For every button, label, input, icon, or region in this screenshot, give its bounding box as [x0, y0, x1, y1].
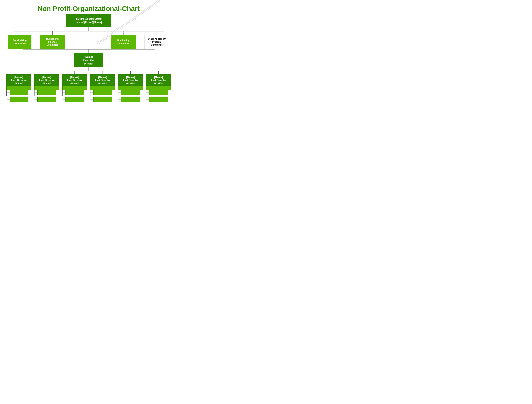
- connector-level4: [89, 67, 89, 71]
- asst-box-3-bottom: [62, 86, 87, 90]
- sub-items-1: [6, 90, 31, 102]
- asst-box-5: [Name]Asst.Directoror Vice: [118, 74, 143, 86]
- sub-box-1b: [10, 97, 28, 102]
- level1-row: Board Of Directors [Name][Name][Name]: [66, 14, 111, 27]
- exec-row: [Name]ExecutiveDirector: [74, 53, 103, 67]
- asst-box-1: [Name]Asst.Directoror Vice: [6, 74, 31, 86]
- asst-col-1: [Name]Asst.Directoror Vice: [6, 71, 32, 102]
- connector-asst1: [19, 71, 19, 74]
- budget-committee-box: Budget andFinanceCommittee: [40, 35, 65, 49]
- sub-box-3b: [65, 97, 84, 102]
- asst-col-5: [Name]Asst.Directoror Vice: [118, 71, 143, 102]
- adhoc-col: Other Ad Hoc OrProgramCommittee: [144, 32, 169, 49]
- sub-box-4a: [93, 90, 112, 95]
- connector-asst4: [102, 71, 103, 74]
- board-line1: Board Of Directors: [76, 17, 102, 21]
- sub-box-5a: [121, 90, 140, 95]
- asst-box-5-bottom: [118, 86, 143, 90]
- budget-col: Budget andFinanceCommittee: [40, 32, 65, 49]
- asst-col-4: [Name]Asst.Directoror Vice: [90, 71, 115, 102]
- sub-box-6a: [149, 90, 168, 95]
- connector-asst2: [47, 71, 47, 74]
- board-of-directors-box: Board Of Directors [Name][Name][Name]: [66, 14, 111, 27]
- committees-row: FundraisingCommittee Budget andFinanceCo…: [3, 32, 174, 49]
- asst-box-6-bottom: [146, 86, 171, 90]
- sub-box-6b: [149, 97, 168, 102]
- page-title: Non Profit-Organizational-Chart: [3, 3, 174, 13]
- level2-wrapper: FundraisingCommittee Budget andFinanceCo…: [3, 31, 174, 49]
- connector-adhoc: [157, 32, 157, 35]
- sub-items-6: [146, 90, 171, 102]
- asst-box-6: [Name]Asst.Directoror Vice: [146, 74, 171, 86]
- fundraising-col: FundraisingCommittee: [8, 32, 32, 49]
- asst-col-2: [Name]Asst.Directoror Vice: [34, 71, 59, 102]
- fundraising-committee-box: FundraisingCommittee: [8, 35, 32, 49]
- connector-fundraising: [20, 32, 20, 35]
- nominating-col: NominatingCommittee: [111, 32, 136, 49]
- connector-exec: [89, 50, 89, 53]
- connector-asst3: [75, 71, 75, 74]
- adhoc-committee-box: Other Ad Hoc OrProgramCommittee: [144, 35, 169, 49]
- asst-box-3: [Name]Asst.Directoror Vice: [62, 74, 87, 86]
- asst-col-3: [Name]Asst.Directoror Vice: [62, 71, 87, 102]
- sub-items-5: [118, 90, 143, 102]
- exec-hline-row: [13, 49, 164, 50]
- org-chart: Board Of Directors [Name][Name][Name] Fu…: [3, 14, 174, 102]
- nominating-committee-box: NominatingCommittee: [111, 35, 136, 49]
- connector-asst5: [130, 71, 131, 74]
- connector-nominating: [123, 32, 123, 35]
- asst-box-4: [Name]Asst.Directoror Vice: [90, 74, 115, 86]
- sub-box-1a: [10, 90, 28, 95]
- asst-box-1-bottom: [6, 86, 31, 90]
- connector-board-down: [89, 27, 89, 31]
- sub-items-4: [90, 90, 115, 102]
- asst-box-2: [Name]Asst.Directoror Vice: [34, 74, 59, 86]
- sub-box-2b: [38, 97, 56, 102]
- asst-col-6: [Name]Asst.Directoror Vice: [146, 71, 171, 102]
- sub-items-3: [62, 90, 87, 102]
- sub-item-1a: [6, 90, 28, 102]
- board-line2: [Name][Name][Name]: [76, 21, 102, 24]
- executive-director-box: [Name]ExecutiveDirector: [74, 53, 103, 67]
- sub-box-3a: [65, 90, 84, 95]
- exec-hline: [23, 49, 155, 50]
- asst-box-2-bottom: [34, 86, 59, 90]
- sub-box-5b: [121, 97, 140, 102]
- sub-box-4b: [93, 97, 112, 102]
- connector-budget: [52, 32, 53, 35]
- connector-asst6: [158, 71, 159, 74]
- level4-row: [Name]Asst.Directoror Vice: [3, 71, 174, 102]
- sub-items-2: [34, 90, 59, 102]
- asst-box-4-bottom: [90, 86, 115, 90]
- sub-box-2a: [38, 90, 56, 95]
